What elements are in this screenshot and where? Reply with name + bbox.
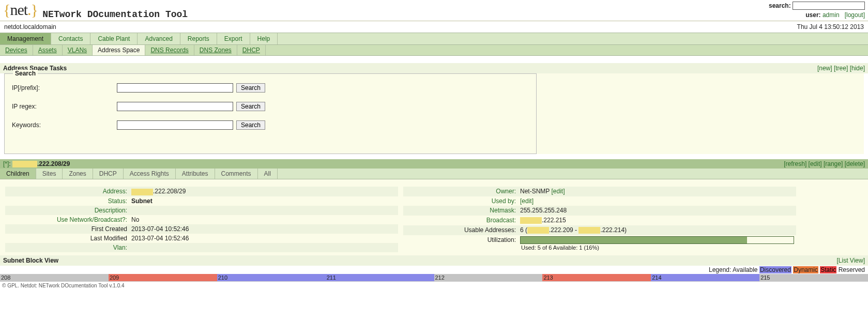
lbl-address[interactable]: Address: [103,188,127,195]
logout-link[interactable]: [logout] [845,11,865,19]
lbl-netmask[interactable]: Netmask: [490,207,516,214]
val-vlan [129,243,398,252]
usedby-edit[interactable]: [edit] [520,197,534,205]
lbl-last-modified: Last Modified [5,234,129,243]
tab-export[interactable]: Export [217,33,250,44]
block-actions: [refresh] [edit] [range] [delete] [784,160,865,167]
block-range[interactable]: [range] [824,160,843,167]
ipregex-label: IP regex: [11,103,117,110]
hostname: netdot.localdomain [4,23,56,30]
tab-management[interactable]: Management [0,33,51,44]
lbl-vlan[interactable]: Vlan: [113,244,127,251]
keywords-search-button[interactable]: Search [236,120,265,130]
subnet-cell-211[interactable]: 211 [326,274,434,281]
objtab-access-rights[interactable]: Access Rights [124,169,176,179]
breadcrumb-root[interactable]: [*] [3,160,9,167]
val-last-modified: 2013-07-04 10:52:46 [129,234,398,243]
search-row-ipprefix: IP[/prefix]: Search [11,83,530,93]
objtab-dhcp[interactable]: DHCP [93,169,124,179]
utilization-text: Used: 5 of 6 Available: 1 (16%) [520,244,794,251]
global-search-input[interactable] [793,2,865,10]
owner-edit[interactable]: [edit] [551,188,565,195]
objtab-comments[interactable]: Comments [215,169,258,179]
lbl-status[interactable]: Status: [108,197,127,205]
val-usedby: [edit] [518,196,796,206]
block-edit[interactable]: [edit] [809,160,822,167]
subtab-assets[interactable]: Assets [33,45,63,55]
keywords-label: Keywords: [11,121,117,129]
legend-dynamic: Dynamic [793,266,818,273]
legend-available: Available [733,266,757,273]
objtab-children[interactable]: Children [0,169,36,179]
block-refresh[interactable]: [refresh] [784,160,806,167]
user-link[interactable]: admin [823,11,840,19]
keywords-input[interactable] [117,120,233,130]
tab-cable-plant[interactable]: Cable Plant [90,33,138,44]
tab-contacts[interactable]: Contacts [51,33,90,44]
subtab-address-space[interactable]: Address Space [93,45,145,55]
topbar: {net.} NETwork DOcumentation Tool search… [0,0,868,21]
logo: {net.} [3,1,38,19]
block-delete[interactable]: [delete] [845,160,865,167]
tasks-new[interactable]: [new] [817,65,832,72]
logo-block: {net.} NETwork DOcumentation Tool [3,1,188,19]
val-netmask: 255.255.255.248 [518,206,796,216]
ipprefix-input[interactable] [117,83,233,93]
search-row-ipregex: IP regex: Search [11,102,530,111]
subnet-block-table: 208209210211212213214215 [0,274,868,281]
subtab-dhcp[interactable]: DHCP [237,45,266,55]
val-status: Subnet [129,196,398,206]
ipregex-search-button[interactable]: Search [236,102,265,111]
legend-static: Static [820,266,836,273]
user-label: user: [805,11,820,19]
search-panel: Search IP[/prefix]: Search IP regex: Sea… [4,73,864,154]
tab-reports[interactable]: Reports [180,33,217,44]
main-tabs: Management Contacts Cable Plant Advanced… [0,33,868,45]
tasks-actions: [new] [tree] [hide] [817,65,865,72]
search-fieldset: Search IP[/prefix]: Search IP regex: Sea… [4,73,537,154]
objtab-all[interactable]: All [258,169,278,179]
lbl-broadcast[interactable]: Broadcast: [486,217,516,224]
subnet-cell-215[interactable]: 215 [759,274,868,281]
subnet-cell-209[interactable]: 209 [109,274,217,281]
subnet-cell-210[interactable]: 210 [217,274,326,281]
details-panel: Address: .222.208/29 Status: Subnet Desc… [0,179,868,255]
subtab-devices[interactable]: Devices [0,45,33,55]
lbl-description[interactable]: Description: [95,207,127,214]
lbl-usedby[interactable]: Used by: [492,197,516,205]
subtab-dns-zones[interactable]: DNS Zones [194,45,237,55]
subnet-header: Subnet Block View [List View] [0,255,868,266]
list-view-link[interactable]: [List View] [837,257,865,264]
objtab-sites[interactable]: Sites [36,169,63,179]
ipprefix-label: IP[/prefix]: [11,84,117,91]
tab-advanced[interactable]: Advanced [138,33,180,44]
val-usable: 6 (.222.209 - .222.214) [518,225,796,235]
val-utilization: Used: 5 of 6 Available: 1 (16%) [518,235,796,252]
subtab-vlans[interactable]: VLANs [63,45,93,55]
legend-reserved: Reserved [839,266,865,273]
app-title: NETwork DOcumentation Tool [42,9,188,20]
tab-help[interactable]: Help [250,33,278,44]
subnet-cell-212[interactable]: 212 [434,274,543,281]
tasks-tree[interactable]: [tree] [834,65,848,72]
ipprefix-search-button[interactable]: Search [236,83,265,93]
tasks-header: Address Space Tasks [new] [tree] [hide] [0,63,868,73]
objtab-zones[interactable]: Zones [63,169,93,179]
redacted-ip-prefix [12,161,37,167]
objtab-attributes[interactable]: Attributes [176,169,215,179]
lbl-use-nb[interactable]: Use Network/Broadcast?: [57,216,127,223]
ipregex-input[interactable] [117,102,233,111]
top-right: search: user: admin [logout] [769,1,865,20]
subnet-cell-213[interactable]: 213 [542,274,651,281]
sub-tabs: Devices Assets VLANs Address Space DNS R… [0,45,868,56]
lbl-utilization: Utilization: [403,235,518,252]
utilization-bar [520,236,794,244]
subtab-dns-records[interactable]: DNS Records [145,45,194,55]
details-right: Owner: Net-SNMP [edit] Used by: [edit] N… [403,187,796,252]
tasks-hide[interactable]: [hide] [850,65,865,72]
lbl-owner[interactable]: Owner: [496,188,516,195]
subnet-title: Subnet Block View [3,257,58,264]
object-tabs: Children Sites Zones DHCP Access Rights … [0,169,868,179]
subnet-cell-214[interactable]: 214 [651,274,759,281]
subnet-cell-208[interactable]: 208 [0,274,109,281]
